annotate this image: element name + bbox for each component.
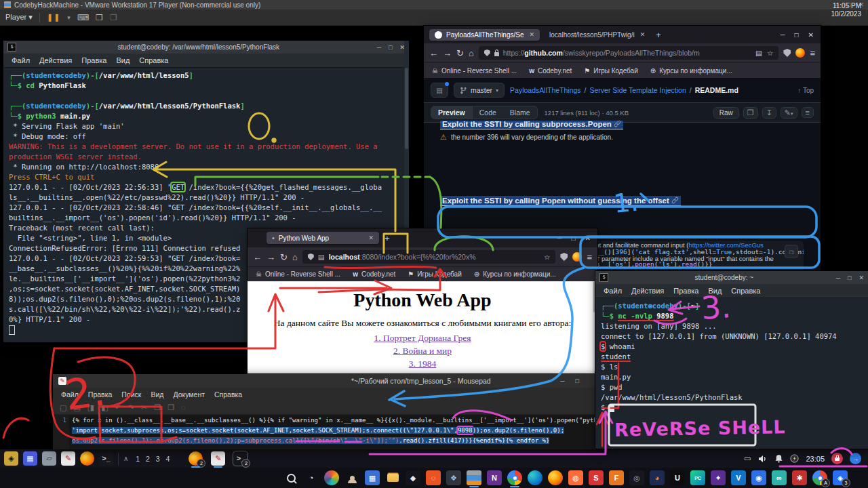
menu-item[interactable]: Вид	[112, 56, 134, 65]
pocket-shield-icon[interactable]	[560, 253, 568, 261]
tab-close-icon[interactable]: ✕	[368, 235, 374, 241]
maps-app-icon[interactable]: ◉	[751, 470, 766, 485]
tracking-shield-icon[interactable]	[484, 49, 490, 56]
home-icon[interactable]: ⌂	[292, 252, 298, 262]
home-icon[interactable]: ⌂	[469, 48, 474, 58]
menu-item[interactable]: Правка	[84, 390, 116, 399]
close-icon[interactable]: ✕	[859, 274, 864, 281]
tab-close-icon[interactable]: ✕	[530, 31, 535, 38]
menu-item[interactable]: Действия	[627, 286, 668, 296]
virtualbox-icon[interactable]: ❖	[446, 470, 461, 485]
back-icon[interactable]: ←	[253, 252, 262, 262]
red-gear-app-icon[interactable]: ✱	[792, 470, 807, 485]
maximize-icon[interactable]: □	[576, 378, 579, 384]
mousepad-titlebar[interactable]: ✎ *~/Рабочий стол/tmp_lesson_5 - Mousepa…	[53, 374, 602, 388]
minimize-icon[interactable]: ─	[557, 235, 561, 242]
window-list-icon[interactable]: ▭	[744, 454, 751, 463]
back-to-top-link[interactable]: ↑ Top	[797, 87, 814, 94]
breadcrumb-repo-link[interactable]: PayloadsAllTheThings	[510, 86, 580, 94]
menu-item[interactable]: ▤	[73, 403, 80, 412]
camera-app-icon[interactable]: ◎	[629, 470, 644, 485]
chevron-up-icon[interactable]: ∧	[123, 455, 128, 462]
close-icon[interactable]: ✕	[585, 235, 591, 242]
bookmark-codeby[interactable]: wCodeby.net	[353, 270, 395, 278]
red-s-app-icon[interactable]: S	[589, 470, 604, 485]
minimize-icon[interactable]: ─	[780, 31, 785, 39]
kali-menu-icon[interactable]: ◈	[4, 451, 18, 466]
bookmark-reverse-shell[interactable]: ☠Online - Reverse Shell ...	[432, 67, 517, 75]
github-urlbar[interactable]: https://github.com/swisskyrepo/PayloadsA…	[479, 46, 779, 60]
app-grid-icon[interactable]: ▦	[23, 451, 37, 466]
menu-item[interactable]: ↷	[128, 403, 134, 412]
firefox-account-icon[interactable]	[572, 252, 582, 262]
minimize-icon[interactable]: ─	[377, 44, 381, 51]
menu-item[interactable]: Действия	[35, 56, 76, 65]
menu-item[interactable]: Справка	[727, 286, 764, 296]
vscode-icon[interactable]: V	[731, 470, 746, 485]
calendar-icon[interactable]: ▦	[365, 470, 380, 485]
mousepad-icon[interactable]: ✎	[61, 451, 75, 466]
edit-icon[interactable]: ✎▾	[781, 107, 797, 119]
chrome-profile-icon[interactable]: A	[812, 470, 827, 485]
blender-icon[interactable]: ◕	[650, 470, 665, 485]
bookmark-games[interactable]: ⚑Игры Кодебай	[584, 67, 637, 75]
forward-icon[interactable]: →	[443, 48, 452, 58]
reload-icon[interactable]: ↻	[280, 252, 288, 262]
menu-item[interactable]: Документ	[169, 390, 209, 399]
menu-item[interactable]: ❐	[154, 403, 161, 412]
visual-studio-icon[interactable]: ✦	[711, 470, 726, 485]
power-icon[interactable]	[790, 454, 799, 463]
mousepad-editor[interactable]: 1 {% for x in ().__class__.__base__.__su…	[53, 415, 602, 449]
tracking-shield-icon[interactable]	[308, 253, 314, 260]
tab-close-icon[interactable]: ✕	[640, 31, 646, 38]
raw-button[interactable]: Raw	[713, 107, 739, 119]
terminal1-titlebar[interactable]: $ student@codeby: /var/www/html/lesson5/…	[3, 41, 409, 54]
onenote-icon[interactable]: N	[487, 470, 502, 485]
menu-item[interactable]: Правка	[669, 286, 703, 296]
forward-icon[interactable]: →	[267, 252, 275, 262]
menu-item[interactable]: ▢	[60, 403, 66, 412]
maximize-icon[interactable]: □	[572, 235, 576, 242]
f-app-icon[interactable]: F	[609, 470, 624, 485]
book-link-2[interactable]: 2. Война и мир	[248, 344, 597, 357]
menu-item[interactable]: Файл	[7, 56, 34, 65]
close-icon[interactable]: ✕	[808, 31, 814, 39]
menu-item[interactable]: ↶	[115, 403, 121, 412]
tab-localhost-phptwig[interactable]: localhost/lesson5/PHPTwig/i ✕	[544, 29, 650, 41]
teal-app-icon[interactable]: ∞	[772, 470, 787, 485]
firefox-icon[interactable]	[80, 451, 94, 466]
menu-item[interactable]: Поиск	[117, 390, 145, 399]
updates-icon[interactable]: →	[850, 453, 861, 464]
app-menu-icon[interactable]: ≡	[587, 252, 592, 262]
reload-icon[interactable]: ↻	[456, 48, 464, 58]
vm-clock[interactable]: 23:05	[806, 455, 825, 463]
twitter-link[interactable]: https://twitter.com/SecGus	[689, 241, 764, 249]
webapp-urlbar[interactable]: ▤ localhost:8080/index?book={%%20for%20x…	[302, 250, 556, 264]
bookmark-courses[interactable]: ⊕Курсы по информаци...	[650, 67, 732, 75]
mousepad-window-icon[interactable]: ✎	[211, 451, 225, 466]
postman-icon[interactable]: ◍	[568, 470, 583, 485]
bookmark-star-icon[interactable]: ☆	[544, 253, 550, 261]
volume-icon[interactable]	[757, 454, 768, 464]
tab-blame[interactable]: Blame	[503, 106, 537, 119]
menu-item[interactable]: ◌	[181, 403, 186, 411]
firefox-account-icon[interactable]	[795, 48, 805, 58]
book-link-3[interactable]: 3. 1984	[248, 357, 597, 370]
maximize-icon[interactable]: □	[848, 274, 851, 281]
obsidian-icon[interactable]: ◆	[406, 470, 420, 485]
edge-icon[interactable]	[528, 470, 542, 485]
player-menu[interactable]: Player ▾	[5, 13, 33, 22]
bookmark-codeby[interactable]: wCodeby.net	[529, 67, 572, 75]
menu-item[interactable]: Справка	[135, 56, 172, 65]
minimize-icon[interactable]: ─	[560, 378, 564, 384]
bookmark-star-icon[interactable]: ☆	[767, 49, 773, 57]
ubuntu-icon[interactable]: ◌	[426, 470, 441, 485]
start-icon[interactable]	[266, 473, 275, 483]
menu-item[interactable]: Справка	[210, 390, 246, 399]
color-wheel-app-icon[interactable]	[324, 470, 339, 485]
new-tab-button[interactable]: +	[384, 233, 390, 243]
firefox-window-icon[interactable]: 2	[189, 451, 203, 466]
menu-item[interactable]: ◨	[87, 403, 94, 412]
file-manager-icon[interactable]: ▱	[42, 451, 56, 466]
minimize-icon[interactable]: ─	[836, 274, 840, 281]
